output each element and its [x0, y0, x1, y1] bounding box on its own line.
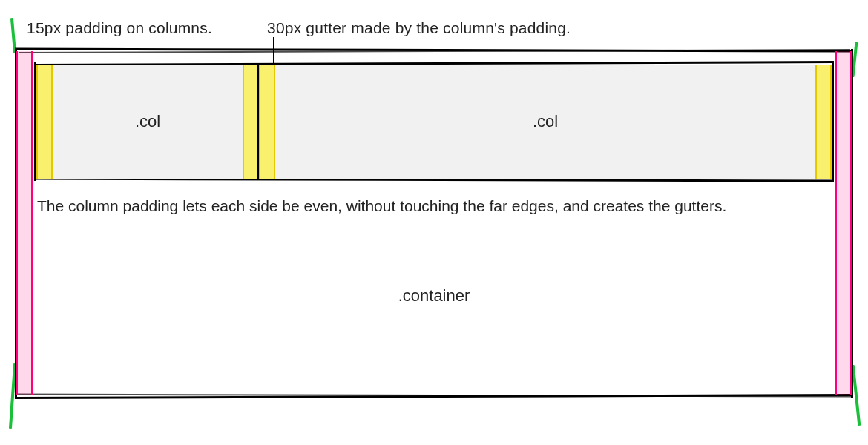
container-padding-strip-left	[16, 51, 33, 395]
row-box: .col .col	[34, 62, 834, 181]
diagram-stage: 15px padding on columns. 30px gutter mad…	[0, 0, 868, 445]
annotation-gutter: 30px gutter made by the column's padding…	[267, 19, 571, 37]
column-padding-strip	[243, 65, 259, 179]
row-border-right	[832, 62, 834, 181]
annotation-column-padding: 15px padding on columns.	[27, 19, 212, 37]
column-2: .col	[259, 65, 832, 179]
container-label: .container	[15, 286, 853, 306]
columns-wrapper: .col .col	[36, 65, 832, 179]
column-padding-strip	[815, 65, 832, 179]
column-label: .col	[533, 112, 558, 131]
column-padding-strip	[36, 65, 53, 179]
explanation-text: The column padding lets each side be eve…	[37, 197, 846, 215]
container-box: .col .col The column padding lets each s…	[15, 49, 853, 398]
column-1: .col	[36, 65, 259, 179]
container-padding-strip-right	[835, 51, 852, 395]
column-label: .col	[135, 112, 160, 131]
column-padding-strip	[259, 65, 275, 179]
